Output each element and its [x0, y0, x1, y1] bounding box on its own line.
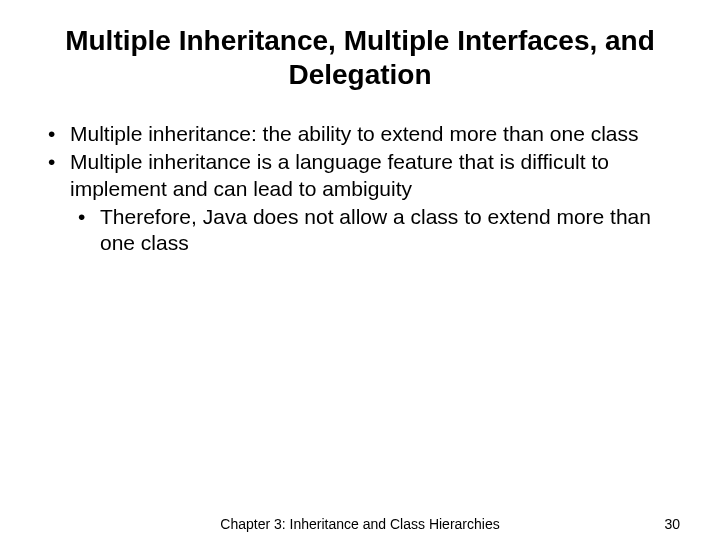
- list-item: Multiple inheritance is a language featu…: [40, 149, 680, 256]
- footer-chapter: Chapter 3: Inheritance and Class Hierarc…: [0, 516, 720, 532]
- sub-bullet-list: Therefore, Java does not allow a class t…: [70, 204, 680, 257]
- slide: Multiple Inheritance, Multiple Interface…: [0, 0, 720, 540]
- list-item: Therefore, Java does not allow a class t…: [70, 204, 680, 257]
- slide-content: Multiple inheritance: the ability to ext…: [40, 121, 680, 256]
- list-item: Multiple inheritance: the ability to ext…: [40, 121, 680, 147]
- slide-title: Multiple Inheritance, Multiple Interface…: [40, 24, 680, 91]
- bullet-text: Multiple inheritance is a language featu…: [70, 150, 609, 199]
- bullet-text: Multiple inheritance: the ability to ext…: [70, 122, 639, 145]
- bullet-text: Therefore, Java does not allow a class t…: [100, 205, 651, 254]
- footer-page-number: 30: [664, 516, 680, 532]
- bullet-list: Multiple inheritance: the ability to ext…: [40, 121, 680, 256]
